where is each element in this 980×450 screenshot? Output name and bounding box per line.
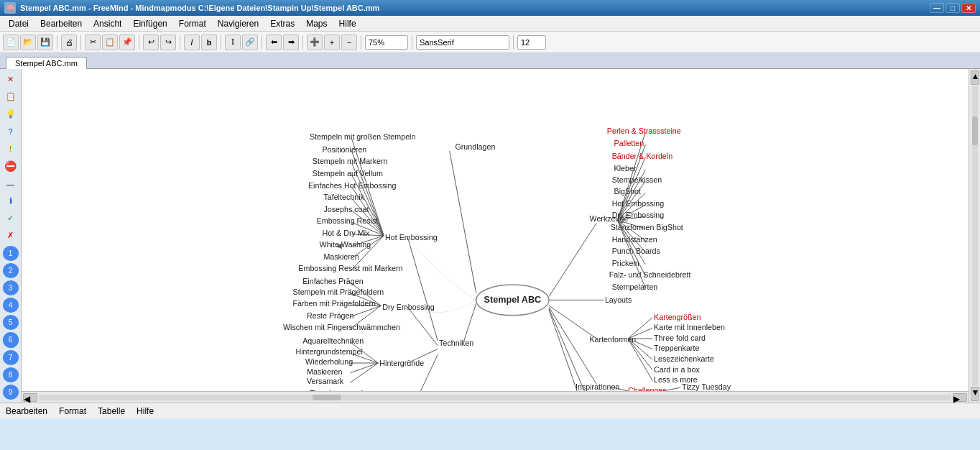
svg-text:Layouts: Layouts — [605, 295, 632, 304]
icon-a[interactable]: i — [184, 35, 200, 50]
sb-info[interactable]: ℹ — [3, 193, 19, 208]
sep6 — [262, 35, 262, 50]
menu-extras[interactable]: Extras — [264, 17, 300, 30]
svg-text:Stempeln mit Prägefoldern: Stempeln mit Prägefoldern — [293, 288, 384, 296]
minimize-button[interactable]: — — [930, 3, 944, 13]
sb-num6[interactable]: 6 — [3, 332, 19, 347]
menu-ansicht[interactable]: Ansicht — [88, 17, 127, 30]
svg-text:Stempeln auf Vellum: Stempeln auf Vellum — [313, 169, 383, 178]
mindmap-canvas[interactable]: Stempel ABC Werkzeuge Perlen & Strassste… — [22, 69, 969, 391]
sb-num7[interactable]: 7 — [3, 350, 19, 365]
zoom-input[interactable]: 75% — [365, 35, 408, 50]
sb-exclaim[interactable]: ! — [3, 142, 19, 157]
sb-x[interactable]: ✗ — [3, 228, 19, 243]
back-button[interactable]: ⬅ — [266, 35, 282, 50]
svg-text:Handstanzen: Handstanzen — [612, 235, 657, 244]
sb-num1[interactable]: 1 — [3, 246, 19, 261]
sep7 — [302, 35, 303, 50]
menu-hilfe[interactable]: Hilfe — [333, 17, 362, 30]
filter-button[interactable]: 𝕀 — [225, 35, 241, 50]
menu-datei[interactable]: Datei — [3, 17, 34, 30]
svg-text:Reste Prägen: Reste Prägen — [307, 311, 353, 320]
status-format[interactable]: Format — [59, 406, 86, 416]
tabbar: Stempel ABC.mm — [0, 53, 980, 69]
sb-stop[interactable]: ⛔ — [3, 159, 19, 174]
status-tabelle[interactable]: Tabelle — [98, 406, 125, 416]
sb-num2[interactable]: 2 — [3, 263, 19, 278]
horizontal-scrollbar[interactable]: ◀ ▶ — [22, 391, 969, 403]
svg-text:Hintergründe: Hintergründe — [379, 359, 424, 367]
svg-text:Inspirationen: Inspirationen — [575, 382, 619, 391]
svg-text:Card in a box: Card in a box — [654, 365, 700, 374]
hscroll-left[interactable]: ◀ — [23, 393, 37, 402]
svg-text:Josephs coat: Josephs coat — [323, 205, 369, 213]
menu-maps[interactable]: Maps — [300, 17, 333, 30]
forward-button[interactable]: ➡ — [283, 35, 299, 50]
zoom-out-button[interactable]: − — [341, 35, 357, 50]
undo-button[interactable]: ↩ — [143, 35, 159, 50]
open-button[interactable]: 📂 — [20, 35, 36, 50]
svg-text:Maskieren: Maskieren — [323, 252, 359, 261]
main-area: ✕ 📋 💡 ? ! ⛔ — ℹ ✓ ✗ 1 2 3 4 5 6 7 8 9 St… — [0, 69, 980, 403]
menu-format[interactable]: Format — [173, 17, 212, 30]
sb-question[interactable]: ? — [3, 124, 19, 139]
sb-num9[interactable]: 9 — [3, 385, 19, 400]
sb-clipboard[interactable]: 📋 — [3, 89, 19, 104]
zoom-in-button[interactable]: + — [324, 35, 340, 50]
sb-num5[interactable]: 5 — [3, 315, 19, 330]
vscroll-thumb[interactable] — [972, 116, 978, 145]
sb-num8[interactable]: 8 — [3, 367, 19, 382]
maximize-button[interactable]: □ — [946, 3, 960, 13]
menu-einfuegen[interactable]: Einfügen — [127, 17, 172, 30]
svg-text:BigShot: BigShot — [614, 187, 642, 196]
svg-text:Dry Embossing: Dry Embossing — [382, 303, 435, 311]
app-icon: 🧠 — [4, 2, 16, 14]
menu-navigieren[interactable]: Navigieren — [212, 17, 264, 30]
svg-text:Wiederholung: Wiederholung — [305, 357, 353, 366]
svg-text:Lesezeichenkarte: Lesezeichenkarte — [654, 354, 714, 363]
svg-text:Perlen & Strasssteine: Perlen & Strasssteine — [607, 127, 681, 135]
font-input[interactable]: SansSerif — [416, 35, 509, 50]
bold-button[interactable]: b — [201, 35, 217, 50]
vscroll-down[interactable]: ▼ — [971, 387, 979, 401]
close-button[interactable]: ✕ — [961, 3, 976, 13]
link-button[interactable]: 🔗 — [242, 35, 258, 50]
paste-button[interactable]: 📌 — [119, 35, 135, 50]
sep10 — [513, 35, 514, 50]
sb-check[interactable]: ✓ — [3, 211, 19, 226]
cut-button[interactable]: ✂ — [85, 35, 101, 50]
redo-button[interactable]: ↪ — [160, 35, 176, 50]
status-hilfe[interactable]: Hilfe — [137, 406, 154, 416]
tab-stempel-abc[interactable]: Stempel ABC.mm — [6, 57, 87, 69]
sep5 — [221, 35, 221, 50]
copy-button[interactable]: 📋 — [102, 35, 118, 50]
hscroll-thumb[interactable] — [313, 395, 341, 400]
new-button[interactable]: 📄 — [3, 35, 19, 50]
print-button[interactable]: 🖨 — [61, 35, 77, 50]
menu-bearbeiten[interactable]: Bearbeiten — [34, 17, 88, 30]
sep9 — [412, 35, 412, 50]
svg-text:Kartengrößen: Kartengrößen — [654, 313, 701, 321]
add-button[interactable]: ➕ — [307, 35, 323, 50]
menubar: Datei Bearbeiten Ansicht Einfügen Format… — [0, 16, 980, 32]
sb-num3[interactable]: 3 — [3, 280, 19, 295]
vscroll-up[interactable]: ▲ — [971, 70, 979, 85]
svg-text:Kleber: Kleber — [614, 164, 637, 173]
sb-num4[interactable]: 4 — [3, 298, 19, 313]
svg-text:Embossing Resist mit Markern: Embossing Resist mit Markern — [298, 264, 402, 272]
sb-bulb[interactable]: 💡 — [3, 106, 19, 121]
svg-text:Thee layer card: Thee layer card — [310, 389, 363, 391]
svg-text:Hintergrundstempel: Hintergrundstempel — [295, 347, 362, 356]
svg-text:Tizzy Tuesday: Tizzy Tuesday — [682, 382, 731, 391]
save-button[interactable]: 💾 — [37, 35, 53, 50]
status-bearbeiten[interactable]: Bearbeiten — [6, 406, 47, 416]
vertical-scrollbar[interactable]: ▲ ▼ — [969, 69, 980, 403]
svg-text:Stempel ABC: Stempel ABC — [484, 295, 541, 305]
sb-minus[interactable]: — — [3, 176, 19, 191]
svg-text:Dry Embossing: Dry Embossing — [612, 211, 665, 219]
svg-text:Grundlagen: Grundlagen — [455, 142, 495, 151]
fontsize-input[interactable]: 12 — [517, 35, 546, 50]
titlebar-controls[interactable]: — □ ✕ — [930, 3, 976, 13]
sb-close[interactable]: ✕ — [3, 72, 19, 87]
hscroll-right[interactable]: ▶ — [953, 393, 967, 402]
